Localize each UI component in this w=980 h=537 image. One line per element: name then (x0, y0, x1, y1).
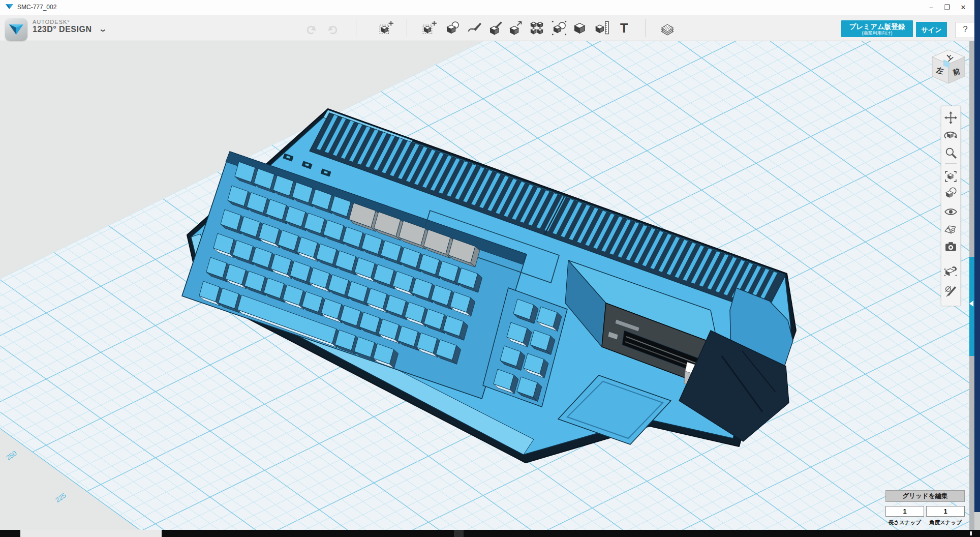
length-snap-input[interactable] (885, 506, 924, 517)
taskbar-indicator (970, 531, 972, 535)
hide-icon[interactable] (944, 205, 958, 219)
document-title: SMC-777_002 (17, 4, 56, 11)
snap-box-icon[interactable] (944, 264, 958, 278)
navigation-toolbar (941, 106, 961, 306)
help-button[interactable]: ? (956, 22, 975, 38)
grid-edit-button[interactable]: グリッドを編集 (885, 490, 965, 502)
redo-icon (325, 20, 341, 36)
toolbar-separator (407, 19, 407, 37)
modify-icon[interactable] (508, 20, 523, 36)
brand-block: AUTODESK° 123D° DESIGN (33, 19, 91, 34)
signin-button[interactable]: サインイン (916, 22, 947, 37)
transform-icon[interactable] (379, 20, 394, 36)
show-grid-icon[interactable] (944, 223, 958, 236)
premium-sublabel: (商業利用向け) (844, 31, 910, 36)
toolbar-separator (645, 19, 646, 37)
collapse-arrow-icon (969, 301, 973, 307)
view-cube[interactable]: 上 左 前 (927, 46, 973, 92)
sketch-ruler-icon[interactable] (944, 284, 958, 297)
background-window-edge (974, 0, 980, 512)
construct-icon[interactable] (488, 20, 503, 36)
brand-product: 123D° DESIGN (33, 25, 91, 34)
close-button[interactable]: ✕ (955, 0, 972, 15)
viewport-canvas[interactable]: 250 225 上 左 前 グリッドを編集 長さスナップ 角度スナップ (0, 41, 969, 530)
taskbar-item[interactable] (454, 530, 464, 537)
orbit-icon[interactable] (944, 128, 958, 142)
premium-label: プレミアム版登録 (844, 23, 910, 31)
chevron-down-icon[interactable]: ⌄ (98, 24, 107, 34)
title-bar: SMC-777_002 – ❐ ✕ (0, 0, 980, 16)
background-window-foot (974, 512, 980, 530)
panel-slide-handle[interactable] (969, 257, 974, 356)
taskbar-active-app[interactable] (20, 530, 162, 537)
screenshot-icon[interactable] (944, 240, 958, 253)
app-logo-icon[interactable] (5, 18, 27, 41)
nav-separator (945, 255, 957, 255)
grid-axis-label-225: 225 (54, 491, 67, 504)
primitives-icon[interactable] (445, 20, 460, 36)
app-logo-small-icon (6, 4, 13, 10)
angle-snap-label: 角度スナップ (926, 519, 965, 526)
svg-text:T: T (620, 21, 628, 35)
transform-icon[interactable] (422, 20, 437, 36)
minimize-button[interactable]: – (923, 0, 940, 15)
app-window: SMC-777_002 – ❐ ✕ AUTODESK° 123D° DESIGN… (0, 0, 980, 537)
main-toolbar: AUTODESK° 123D° DESIGN ⌄ T プレミアム版登録 (商業利… (0, 15, 980, 41)
premium-register-button[interactable]: プレミアム版登録 (商業利用向け) (841, 20, 913, 37)
length-snap-label: 長さスナップ (885, 519, 924, 526)
pattern-icon[interactable] (529, 20, 544, 36)
material-icon[interactable] (660, 20, 675, 36)
toolbar-separator (356, 19, 356, 37)
text-icon[interactable]: T (617, 20, 632, 36)
sketch-icon[interactable] (467, 20, 482, 36)
combine-icon[interactable] (572, 20, 588, 36)
grid-edit-panel: グリッドを編集 長さスナップ 角度スナップ (885, 490, 965, 502)
undo-icon (303, 20, 319, 36)
nav-separator (945, 163, 957, 164)
brand-company: AUTODESK° (33, 19, 91, 25)
restore-button[interactable]: ❐ (938, 0, 956, 15)
pan-icon[interactable] (944, 111, 958, 125)
measure-icon[interactable] (595, 20, 610, 36)
fit-icon[interactable] (944, 169, 958, 183)
zoom-icon[interactable] (944, 146, 958, 160)
shade-icon[interactable] (944, 186, 958, 200)
grouping-icon[interactable] (552, 20, 567, 36)
os-taskbar[interactable] (0, 530, 980, 537)
angle-snap-input[interactable] (926, 506, 965, 517)
grid-axis-label-250: 250 (5, 449, 18, 462)
